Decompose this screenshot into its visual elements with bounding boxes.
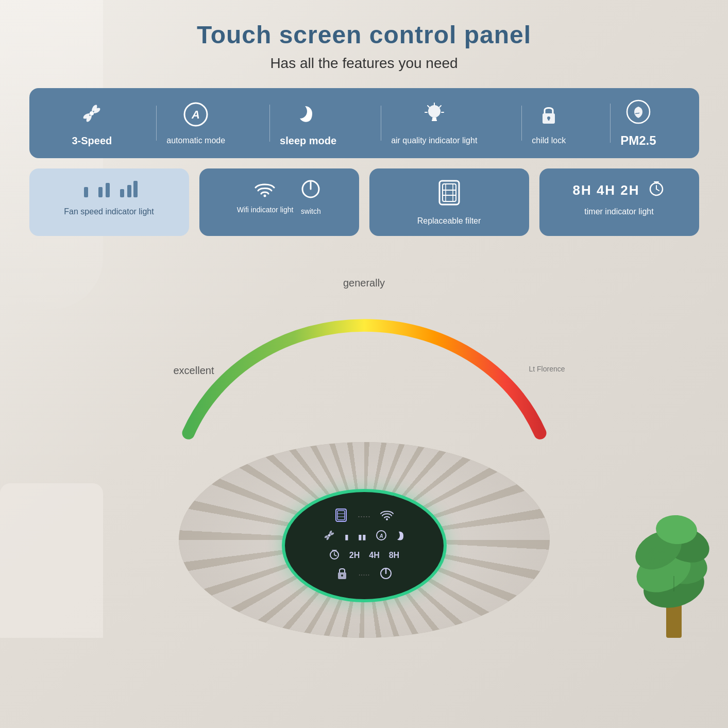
speed-label: 3-Speed xyxy=(72,135,112,147)
svg-point-3 xyxy=(428,105,441,117)
svg-line-7 xyxy=(439,106,441,107)
feature-auto: A automatic mode xyxy=(156,101,235,145)
timer-label: timer indicator light xyxy=(584,207,653,216)
panel-bar1: ▮ xyxy=(345,533,349,541)
svg-rect-20 xyxy=(133,181,138,197)
wifi-icon-group: Wifi indicator light xyxy=(237,180,294,214)
feature-sleep: sleep mode xyxy=(269,100,347,147)
feature-child-lock: child lock xyxy=(521,101,576,145)
panel-moon xyxy=(396,530,405,543)
feature-pm25: PM2.5 xyxy=(610,98,666,148)
panel-spacer2: ····· xyxy=(358,570,369,580)
panel-spacer: ····· xyxy=(358,511,370,522)
top-feature-row: 3-Speed A automatic mode sleep mode xyxy=(29,88,699,158)
svg-point-47 xyxy=(386,518,388,520)
wifi-switch-icons: Wifi indicator light switch xyxy=(237,179,321,215)
sleep-moon-icon xyxy=(295,100,321,130)
air-quality-label: air quality indicator light xyxy=(391,136,477,145)
sleep-label: sleep mode xyxy=(280,135,336,147)
svg-line-53 xyxy=(334,555,336,556)
main-content: Touch screen control panel Has all the f… xyxy=(0,0,728,251)
svg-line-32 xyxy=(656,189,659,191)
svg-rect-13 xyxy=(548,118,550,121)
svg-point-56 xyxy=(341,574,343,577)
svg-line-9 xyxy=(428,106,429,107)
timer-text: 8H 4H 2H xyxy=(572,182,639,198)
feature-3speed: 3-Speed xyxy=(61,100,122,147)
panel-row-2: ▮ ▮▮ A xyxy=(323,529,405,544)
fan-icon xyxy=(78,100,105,130)
svg-rect-5 xyxy=(432,120,437,121)
svg-rect-25 xyxy=(443,184,456,201)
page-title: Touch screen control panel xyxy=(197,21,531,49)
panel-power-icon xyxy=(379,567,393,583)
child-lock-label: child lock xyxy=(532,136,566,145)
svg-rect-4 xyxy=(432,117,436,120)
svg-rect-16 xyxy=(98,187,103,197)
page-subtitle: Has all the features you need xyxy=(270,55,458,72)
fan-speed-icons xyxy=(80,179,139,202)
air-purifier-device: ····· xyxy=(179,303,550,638)
filter-label: Replaceable filter xyxy=(417,216,481,226)
leaf-icon xyxy=(625,98,652,128)
panel-2h: 2H xyxy=(349,551,360,560)
feature-air-quality: air quality indicator light xyxy=(381,101,487,145)
bar2-icon xyxy=(97,179,112,202)
panel-row-4: ····· xyxy=(335,566,392,583)
svg-rect-15 xyxy=(84,187,88,197)
svg-rect-19 xyxy=(127,185,131,197)
panel-fan-icon xyxy=(323,529,335,544)
svg-point-48 xyxy=(328,534,330,537)
sofa-decoration xyxy=(0,483,103,638)
svg-rect-18 xyxy=(120,189,124,197)
timer-clock-icon xyxy=(647,179,666,202)
pm25-label: PM2.5 xyxy=(620,133,656,148)
panel-wifi-icon xyxy=(380,510,394,523)
panel-bar2: ▮▮ xyxy=(358,533,366,541)
plant-decoration xyxy=(625,432,728,638)
svg-text:A: A xyxy=(379,533,383,539)
wifi-switch-card: Wifi indicator light switch xyxy=(199,168,359,236)
auto-label: automatic mode xyxy=(166,136,225,145)
panel-row-1: ····· xyxy=(334,508,394,525)
fan-speed-card: Fan speed indicator light xyxy=(29,168,189,236)
panel-timer xyxy=(329,548,340,562)
filter-card: Replaceable filter xyxy=(369,168,529,236)
switch-label: switch xyxy=(301,207,321,215)
bar3-icon xyxy=(119,179,139,202)
generally-label: generally xyxy=(343,277,385,289)
wifi-label: Wifi indicator light xyxy=(237,206,294,214)
svg-text:A: A xyxy=(191,108,200,121)
auto-mode-icon: A xyxy=(182,101,209,131)
filter-body: ····· xyxy=(179,442,550,638)
fan-speed-label: Fan speed indicator light xyxy=(64,207,154,216)
bar1-icon xyxy=(80,179,90,202)
svg-point-0 xyxy=(90,111,94,115)
panel-row-3: 2H 4H 8H xyxy=(329,548,399,562)
panel-4h: 4H xyxy=(369,551,379,560)
svg-rect-44 xyxy=(337,511,345,520)
power-icon xyxy=(300,179,321,204)
timer-icons: 8H 4H 2H xyxy=(572,179,665,202)
control-panel: ····· xyxy=(282,489,447,602)
panel-auto: A xyxy=(376,530,387,544)
filter-icon xyxy=(435,179,463,211)
panel-filter-icon xyxy=(334,508,348,525)
lock-icon xyxy=(535,101,562,131)
svg-point-21 xyxy=(264,195,266,197)
panel-8h: 8H xyxy=(389,551,399,560)
svg-rect-17 xyxy=(106,183,110,197)
wifi-icon xyxy=(253,180,276,202)
bulb-icon xyxy=(421,101,448,131)
purifier-section: excellent generally Lt Florence xyxy=(0,251,728,638)
timer-card: 8H 4H 2H timer indicator light xyxy=(539,168,699,236)
bottom-feature-row: Fan speed indicator light Wifi indicator… xyxy=(29,168,699,236)
panel-lock-icon xyxy=(335,566,349,583)
switch-icon-group: switch xyxy=(300,179,321,215)
